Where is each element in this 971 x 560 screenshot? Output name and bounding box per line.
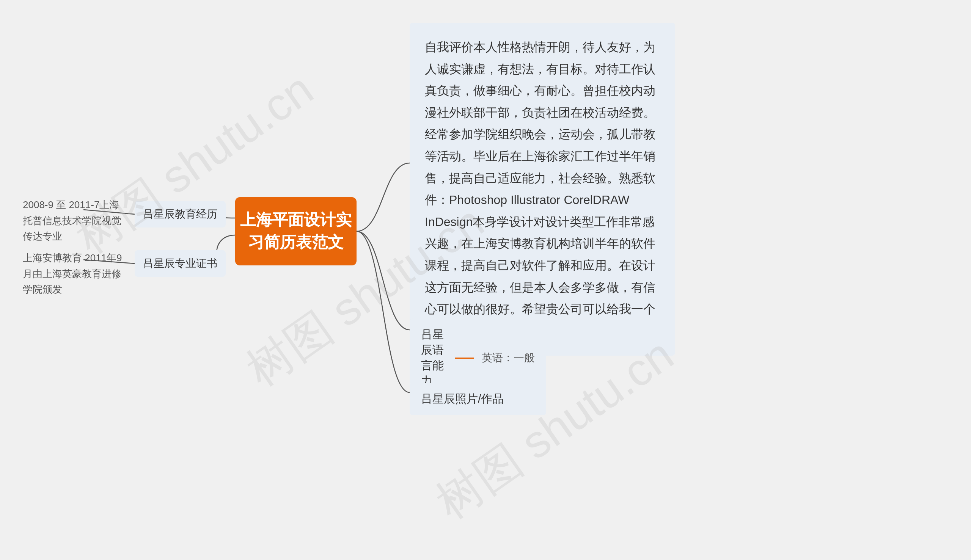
edu-node-label: 吕星辰教育经历 xyxy=(143,207,217,222)
photo-node: 吕星辰照片/作品 xyxy=(410,383,546,415)
lang-orange-line xyxy=(455,358,474,359)
cert-detail: 上海安博教育 2011年9月由上海英豪教育进修学院颁发 xyxy=(23,250,129,298)
central-node-label: 上海平面设计实习简历表范文 xyxy=(235,209,357,253)
canvas: 树图 shutu.cn 树图 shutu.cn 树图 shutu.cn 上海平面… xyxy=(0,0,971,560)
lang-detail-text: 英语：一般 xyxy=(482,351,535,365)
edu-node: 吕星辰教育经历 xyxy=(135,201,226,227)
cert-detail-text: 上海安博教育 2011年9月由上海英豪教育进修学院颁发 xyxy=(23,252,122,295)
cert-node: 吕星辰专业证书 xyxy=(135,250,226,277)
cert-node-label: 吕星辰专业证书 xyxy=(143,256,217,271)
self-eval-text: 自我评价本人性格热情开朗，待人友好，为人诚实谦虚，有想法，有目标。对待工作认真负… xyxy=(425,40,656,338)
central-node: 上海平面设计实习简历表范文 xyxy=(235,197,357,265)
edu-detail: 2008-9 至 2011-7上海托普信息技术学院视觉传达专业 xyxy=(23,197,129,245)
lang-node-label: 吕星辰语言能力 xyxy=(421,327,447,389)
edu-detail-text: 2008-9 至 2011-7上海托普信息技术学院视觉传达专业 xyxy=(23,199,122,242)
photo-node-label: 吕星辰照片/作品 xyxy=(421,392,504,405)
self-eval-box: 自我评价本人性格热情开朗，待人友好，为人诚实谦虚，有想法，有目标。对待工作认真负… xyxy=(410,23,675,356)
